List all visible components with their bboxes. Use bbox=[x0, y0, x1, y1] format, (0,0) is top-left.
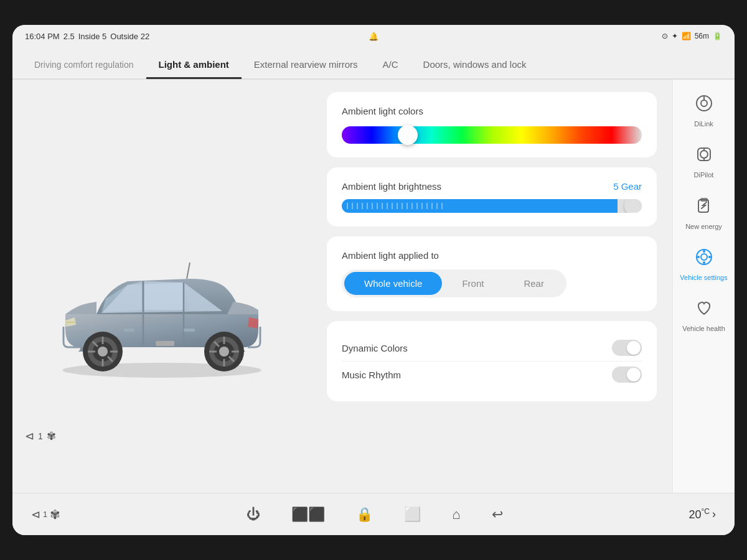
svg-point-33 bbox=[700, 151, 708, 158]
power-button[interactable]: ⏻ bbox=[247, 506, 260, 523]
status-bar: 16:04 PM 2.5 Inside 5 Outside 22 🔔 ⊙ ✦ 📶… bbox=[12, 25, 735, 47]
vehicle-health-icon bbox=[695, 299, 713, 320]
svg-line-28 bbox=[187, 263, 190, 279]
svg-point-41 bbox=[703, 261, 705, 264]
dynamic-colors-toggle[interactable] bbox=[612, 340, 642, 356]
sidebar-item-dipilot[interactable]: DiPilot bbox=[673, 137, 735, 188]
sidebar-item-vehicle-settings[interactable]: Vehicle settings bbox=[673, 240, 735, 291]
applied-to-title: Ambient light applied to bbox=[342, 250, 642, 261]
fan-speed-display: 1 bbox=[43, 510, 47, 519]
signal-strength: 56m bbox=[695, 32, 709, 40]
back-button[interactable]: ↩ bbox=[492, 506, 503, 523]
fan-arrow-icon: ⊲ bbox=[31, 508, 40, 521]
fan-symbol: ✾ bbox=[47, 429, 56, 443]
fan-speed: 1 bbox=[38, 431, 43, 441]
svg-point-40 bbox=[703, 250, 705, 253]
car-image bbox=[25, 123, 299, 487]
square-button[interactable]: ⬜ bbox=[404, 506, 421, 523]
tab-ac[interactable]: A/C bbox=[370, 52, 411, 79]
outside-temp: Outside 22 bbox=[110, 32, 149, 41]
fan-wheel-icon: ✾ bbox=[50, 507, 60, 522]
dipilot-icon bbox=[695, 146, 713, 167]
center-controls: Ambient light colors Ambient light brigh… bbox=[311, 80, 672, 493]
temperature-display: 20°C bbox=[689, 507, 710, 521]
lock-button[interactable]: 🔒 bbox=[356, 506, 373, 523]
dilink-icon bbox=[695, 95, 713, 116]
sidebar-item-vehicle-health[interactable]: Vehicle health bbox=[673, 291, 735, 342]
fan-control[interactable]: ⊲ 1 ✾ bbox=[25, 429, 56, 443]
music-rhythm-label: Music Rhythm bbox=[342, 370, 401, 380]
split-view-btn[interactable]: ⬛⬛ bbox=[291, 506, 325, 523]
battery-icon: 🔋 bbox=[713, 32, 722, 40]
dynamic-card: Dynamic Colors Music Rhythm bbox=[327, 321, 657, 401]
svg-point-18 bbox=[219, 347, 229, 357]
apply-rear-btn[interactable]: Rear bbox=[504, 272, 564, 295]
brightness-header: Ambient light brightness 5 Gear bbox=[342, 181, 642, 192]
tab-external-mirrors[interactable]: External rearview mirrors bbox=[242, 52, 370, 79]
brightness-thumb[interactable] bbox=[624, 199, 642, 213]
apply-whole-vehicle-btn[interactable]: Whole vehicle bbox=[344, 272, 442, 295]
color-card: Ambient light colors bbox=[327, 92, 657, 157]
bottom-icons: ⏻ ⬛⬛ 🔒 ⬜ ⌂ ↩ bbox=[60, 506, 688, 523]
svg-rect-25 bbox=[156, 341, 174, 346]
music-rhythm-row: Music Rhythm bbox=[342, 361, 642, 388]
sidebar-item-new-energy[interactable]: New energy bbox=[673, 189, 735, 240]
status-left: 16:04 PM 2.5 Inside 5 Outside 22 bbox=[25, 32, 149, 41]
notification-icon: 🔔 bbox=[369, 32, 378, 41]
bluetooth-icon: ✦ bbox=[672, 32, 678, 40]
car-area: ⊲ 1 ✾ bbox=[12, 80, 311, 493]
home-button[interactable]: ⌂ bbox=[452, 506, 460, 523]
temp-arrow-icon: › bbox=[712, 508, 716, 521]
dynamic-colors-row: Dynamic Colors bbox=[342, 335, 642, 361]
signal-icon: 📶 bbox=[682, 32, 691, 40]
svg-rect-27 bbox=[184, 329, 195, 332]
time-display: 16:04 PM bbox=[25, 32, 60, 41]
brightness-card: Ambient light brightness 5 Gear bbox=[327, 167, 657, 226]
apply-buttons-group: Whole vehicle Front Rear bbox=[342, 269, 566, 297]
status-right: ⊙ ✦ 📶 56m 🔋 bbox=[662, 32, 722, 40]
inside-temp: Inside 5 bbox=[78, 32, 107, 41]
brightness-slider[interactable] bbox=[342, 199, 642, 213]
color-slider[interactable] bbox=[342, 126, 642, 144]
vehicle-settings-icon bbox=[695, 248, 713, 269]
apply-front-btn[interactable]: Front bbox=[442, 272, 504, 295]
bottom-bar: ⊲ 1 ✾ ⏻ ⬛⬛ 🔒 ⬜ ⌂ ↩ 20°C › bbox=[12, 493, 735, 535]
dilink-label: DiLink bbox=[694, 119, 713, 128]
air-quality: 2.5 bbox=[63, 32, 75, 41]
tab-light-ambient[interactable]: Light & ambient bbox=[146, 52, 242, 79]
fan-icon: ⊲ bbox=[25, 429, 34, 443]
svg-rect-26 bbox=[123, 329, 134, 332]
music-rhythm-toggle[interactable] bbox=[612, 366, 642, 383]
vehicle-settings-label: Vehicle settings bbox=[680, 273, 727, 282]
main-area: ⊲ 1 ✾ Ambient light colors Ambient light… bbox=[12, 80, 735, 493]
color-slider-thumb[interactable] bbox=[398, 125, 418, 145]
tab-driving-comfort[interactable]: Driving comfort regulation bbox=[22, 52, 146, 79]
color-card-title: Ambient light colors bbox=[342, 106, 642, 116]
tab-doors-windows[interactable]: Doors, windows and lock bbox=[411, 52, 539, 79]
location-icon: ⊙ bbox=[662, 32, 668, 40]
bottom-left: ⊲ 1 ✾ bbox=[31, 507, 60, 522]
svg-point-30 bbox=[701, 100, 707, 106]
car-illustration bbox=[31, 230, 293, 380]
svg-point-43 bbox=[708, 256, 711, 258]
bottom-right: 20°C › bbox=[689, 507, 716, 521]
svg-point-39 bbox=[701, 254, 707, 260]
vehicle-health-label: Vehicle health bbox=[682, 324, 725, 333]
gear-label: 5 Gear bbox=[613, 181, 642, 192]
right-sidebar: DiLink DiPilot bbox=[672, 80, 735, 493]
dynamic-colors-label: Dynamic Colors bbox=[342, 343, 408, 353]
dipilot-label: DiPilot bbox=[694, 170, 714, 179]
new-energy-label: New energy bbox=[685, 222, 722, 231]
brightness-ticks bbox=[342, 199, 642, 213]
new-energy-icon bbox=[695, 197, 713, 218]
svg-point-8 bbox=[98, 347, 108, 357]
applied-to-card: Ambient light applied to Whole vehicle F… bbox=[327, 236, 657, 311]
sidebar-item-dilink[interactable]: DiLink bbox=[673, 86, 735, 137]
brightness-title: Ambient light brightness bbox=[342, 181, 441, 192]
svg-point-42 bbox=[697, 256, 700, 258]
screen: 16:04 PM 2.5 Inside 5 Outside 22 🔔 ⊙ ✦ 📶… bbox=[12, 25, 735, 535]
